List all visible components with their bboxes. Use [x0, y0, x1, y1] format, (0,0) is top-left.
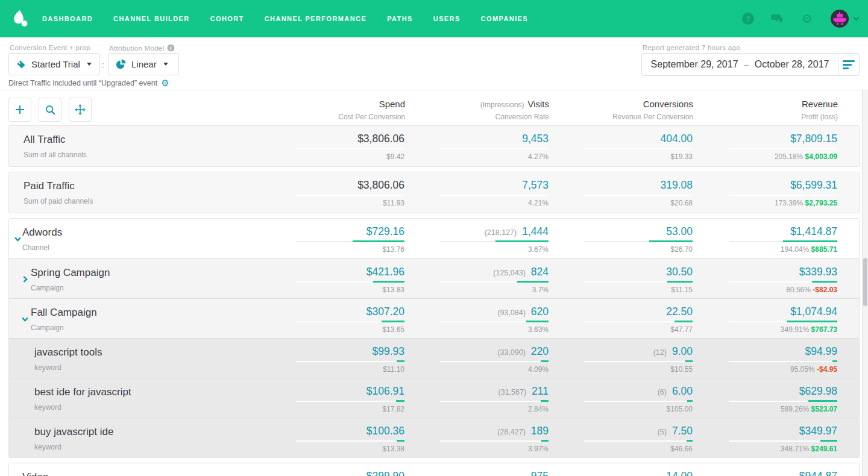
- chat-icon[interactable]: [771, 12, 784, 25]
- table-row-paid-traffic[interactable]: Paid TrafficSum of paid channels$3,806.0…: [9, 172, 859, 213]
- expand-chevron-icon[interactable]: [21, 275, 29, 286]
- metric-value[interactable]: 1,444: [522, 225, 549, 237]
- metric-value[interactable]: 53.00: [666, 225, 693, 237]
- attribution-model-dropdown[interactable]: Linear: [108, 53, 179, 75]
- channel-card: Paid TrafficSum of paid channels$3,806.0…: [8, 172, 860, 213]
- table-row-best-ide-for-javascript[interactable]: best ide for javascriptkeyword$106.91$17…: [9, 378, 859, 418]
- row-name[interactable]: best ide for javascript: [34, 386, 131, 398]
- column-header-spend[interactable]: SpendCost Per Conversion: [338, 99, 405, 121]
- metric-value[interactable]: $729.16: [366, 225, 404, 237]
- add-channel-button[interactable]: [8, 98, 31, 122]
- attribution-logo-icon[interactable]: [10, 8, 31, 30]
- nav-item-users[interactable]: USERS: [433, 15, 461, 22]
- metric-bar-fill: [675, 321, 693, 322]
- metric-value[interactable]: $629.98: [799, 385, 837, 397]
- settings-gear-icon[interactable]: ⚙: [800, 12, 814, 25]
- metric-value[interactable]: $100.36: [366, 425, 404, 437]
- metric-sub-value: 3.63%: [528, 325, 549, 334]
- date-end[interactable]: October 28, 2017: [755, 59, 829, 70]
- metric-value[interactable]: 7,573: [522, 179, 549, 191]
- metric-value[interactable]: 220: [531, 345, 549, 357]
- chevron-down-icon[interactable]: [853, 16, 860, 21]
- row-name[interactable]: Adwords: [22, 227, 62, 239]
- metric-value[interactable]: $6,599.31: [790, 179, 837, 191]
- metric-value[interactable]: 975: [531, 470, 549, 476]
- avatar[interactable]: [830, 9, 849, 28]
- metric-value-line: $6,599.31: [790, 179, 837, 192]
- table-row-javascript-tools[interactable]: javascript toolskeyword$99.93$11.10(33,0…: [9, 338, 859, 378]
- info-icon[interactable]: i: [167, 44, 175, 52]
- filter-bar: Conversion Event + prop Attribution Mode…: [0, 37, 868, 90]
- reorder-button[interactable]: [69, 98, 92, 122]
- column-header-revenue[interactable]: RevenueProfit (loss): [801, 99, 838, 121]
- metric-value[interactable]: $7,809.15: [790, 133, 837, 145]
- metric-value[interactable]: 211: [532, 385, 549, 397]
- metric-value[interactable]: 404.00: [660, 133, 693, 145]
- metric-value[interactable]: $3,806.06: [357, 179, 404, 191]
- nav-item-channel-builder[interactable]: CHANNEL BUILDER: [113, 15, 190, 22]
- nav-item-dashboard[interactable]: DASHBOARD: [42, 15, 93, 22]
- note-settings-gear-icon[interactable]: ⚙: [161, 78, 169, 87]
- conversion-event-dropdown[interactable]: Started Trial: [8, 53, 100, 75]
- metric-value[interactable]: 30.50: [666, 266, 693, 278]
- metric-value[interactable]: $1,414.87: [790, 225, 837, 237]
- metric-value[interactable]: $299.90: [366, 470, 404, 476]
- metric-value[interactable]: $339.93: [799, 266, 837, 278]
- table-row-adwords[interactable]: AdwordsChannel$729.16$13.76(218,127)1,44…: [9, 219, 859, 258]
- report-options-icon[interactable]: [838, 60, 859, 69]
- nav-item-cohort[interactable]: COHORT: [210, 15, 244, 22]
- scrollbar-thumb[interactable]: [863, 258, 867, 306]
- metric-value[interactable]: 9.00: [672, 345, 693, 357]
- metric-cell: 975: [410, 463, 549, 476]
- row-name[interactable]: Paid Traffic: [24, 180, 75, 192]
- metric-value[interactable]: $421.96: [366, 266, 404, 278]
- nav-item-channel-performance[interactable]: CHANNEL PERFORMANCE: [265, 15, 366, 22]
- metric-value[interactable]: 9,453: [522, 133, 549, 145]
- metric-value[interactable]: $349.97: [799, 425, 837, 437]
- nav-item-companies[interactable]: COMPANIES: [481, 15, 528, 22]
- metric-value-line: 53.00: [666, 225, 693, 238]
- help-icon[interactable]: ?: [741, 12, 755, 25]
- metric-value[interactable]: 14.00: [666, 470, 693, 476]
- column-header-conversions[interactable]: ConversionsRevenue Per Conversion: [612, 99, 693, 121]
- user-menu[interactable]: [830, 9, 860, 28]
- date-start[interactable]: September 29, 2017: [651, 59, 738, 70]
- metric-value[interactable]: $99.93: [372, 345, 404, 357]
- metric-value[interactable]: 824: [531, 266, 549, 278]
- metric-value[interactable]: $3,806.06: [357, 133, 404, 145]
- search-button[interactable]: [39, 98, 61, 122]
- metric-value[interactable]: 22.50: [666, 305, 693, 318]
- metric-cell: $1,074.94349.91% $767.73: [699, 299, 837, 338]
- vertical-scrollbar[interactable]: [862, 90, 868, 476]
- metric-sub-line: $13.76: [382, 245, 404, 254]
- table-row-fall-campaign[interactable]: Fall CampaignCampaign$307.20$13.65(93,08…: [9, 298, 859, 338]
- table-row-video[interactable]: VideoChannel$299.9097514.00$944.87: [9, 463, 859, 476]
- metric-value[interactable]: 7.50: [672, 425, 693, 437]
- metric-value[interactable]: $94.99: [805, 345, 837, 357]
- collapse-chevron-icon[interactable]: [21, 315, 29, 325]
- nav-item-paths[interactable]: PATHS: [387, 15, 413, 22]
- table-row-all-traffic[interactable]: All TrafficSum of all channels$3,806.06$…: [9, 126, 859, 166]
- metric-value[interactable]: 6.00: [672, 385, 693, 397]
- table-row-spring-campaign[interactable]: Spring CampaignCampaign$421.96$13.83(125…: [9, 258, 859, 298]
- metric-bar-fill: [382, 321, 404, 322]
- metric-value[interactable]: 319.08: [660, 179, 693, 191]
- metric-value-line: (33,090)220: [497, 345, 549, 358]
- row-name[interactable]: javascript tools: [34, 346, 102, 359]
- row-name[interactable]: Video: [22, 471, 48, 476]
- metric-value[interactable]: $1,074.94: [790, 305, 837, 318]
- row-name[interactable]: Spring Campaign: [31, 267, 110, 279]
- row-name[interactable]: Fall Campaign: [31, 307, 97, 319]
- metric-value[interactable]: 189: [531, 425, 549, 437]
- column-header-visits[interactable]: (Impressions)VisitsConversion Rate: [480, 99, 549, 121]
- row-name[interactable]: All Traffic: [24, 134, 66, 146]
- date-range-picker[interactable]: September 29, 2017 – October 28, 2017: [641, 53, 860, 76]
- table-row-buy-javascript-ide[interactable]: buy javascript idekeyword$100.36$13.38(2…: [9, 418, 859, 457]
- metric-value[interactable]: $944.87: [799, 470, 837, 476]
- row-name[interactable]: buy javascript ide: [34, 426, 113, 438]
- metric-value[interactable]: 620: [531, 305, 549, 318]
- metric-value[interactable]: $307.20: [366, 305, 404, 318]
- collapse-chevron-icon[interactable]: [14, 234, 22, 245]
- metric-value[interactable]: $106.91: [366, 385, 404, 397]
- row-type-label: Campaign: [31, 284, 64, 292]
